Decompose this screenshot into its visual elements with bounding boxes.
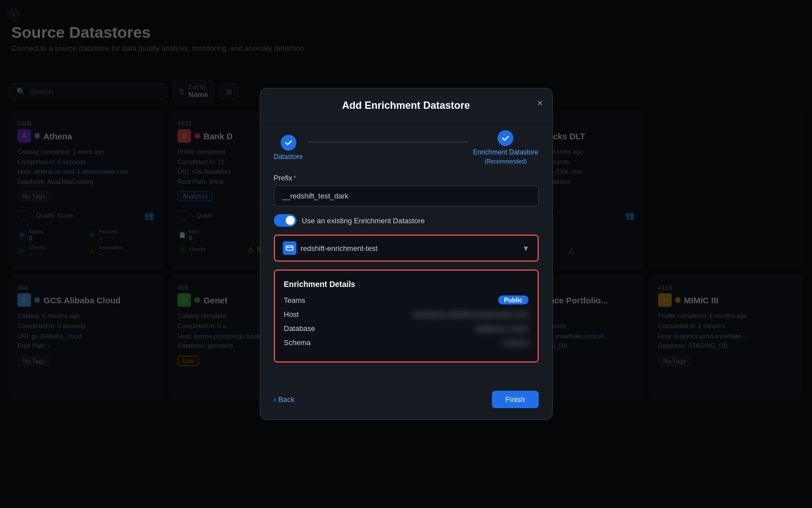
modal-header: Add Enrichment Datastore ×	[260, 89, 552, 121]
toggle-label: Use an existing Enrichment Datastore	[302, 217, 425, 225]
detail-row-host: Host hostname.redshift.amazonaws.com	[284, 310, 529, 319]
step1-circle	[281, 135, 296, 151]
step-datastore: Datastore	[274, 135, 303, 161]
finish-button[interactable]: Finish	[492, 391, 539, 408]
database-key: Database	[284, 324, 316, 333]
step2-circle	[498, 130, 513, 146]
existing-datastore-toggle[interactable]	[274, 214, 296, 227]
add-enrichment-modal: Add Enrichment Datastore × Datastore	[260, 88, 553, 420]
database-value: database_name	[476, 324, 528, 333]
back-label: Back	[278, 395, 295, 404]
toggle-row: Use an existing Enrichment Datastore	[274, 214, 539, 227]
modal-stepper: Datastore Enrichment Datastore (Recommen…	[260, 121, 552, 174]
modal-overlay: Add Enrichment Datastore × Datastore	[0, 0, 812, 508]
step2-sublabel: (Recommended)	[485, 158, 526, 165]
back-arrow-icon: ‹	[274, 395, 276, 404]
step-enrichment: Enrichment Datastore (Recommended)	[473, 130, 538, 165]
prefix-label: Prefix*	[274, 174, 539, 182]
host-value: hostname.redshift.amazonaws.com	[413, 310, 528, 319]
schema-key: Schema	[284, 338, 311, 347]
modal-title: Add Enrichment Datastore	[274, 100, 539, 112]
detail-row-teams: Teams Public	[284, 295, 529, 304]
detail-row-database: Database database_name	[284, 324, 529, 333]
step-connector	[308, 142, 469, 143]
datastore-icon	[283, 241, 296, 255]
svg-rect-0	[286, 246, 293, 250]
teams-key: Teams	[284, 296, 305, 304]
teams-value-badge: Public	[498, 295, 528, 304]
dropdown-arrow-icon: ▼	[522, 244, 530, 253]
host-key: Host	[284, 310, 299, 319]
back-button[interactable]: ‹ Back	[274, 395, 295, 404]
detail-row-schema: Schema schema	[284, 338, 529, 347]
modal-footer: ‹ Back Finish	[260, 383, 552, 419]
prefix-input[interactable]	[274, 185, 539, 206]
enrichment-details-title: Enrichment Details	[284, 280, 529, 289]
dropdown-selected-value: redshift-enrichment-test	[301, 244, 518, 253]
enrichment-datastore-dropdown[interactable]: redshift-enrichment-test ▼	[274, 235, 539, 262]
step2-label: Enrichment Datastore	[473, 148, 538, 156]
modal-close-button[interactable]: ×	[537, 98, 543, 109]
required-marker: *	[294, 174, 296, 182]
step1-label: Datastore	[274, 153, 303, 161]
modal-body: Prefix* Use an existing Enrichment Datas…	[260, 174, 552, 383]
schema-value: schema	[503, 338, 529, 347]
enrichment-details-box: Enrichment Details Teams Public Host hos…	[274, 270, 539, 363]
